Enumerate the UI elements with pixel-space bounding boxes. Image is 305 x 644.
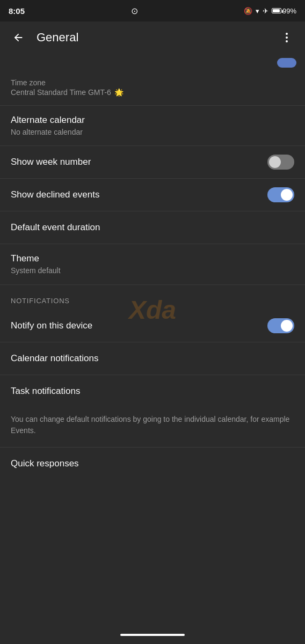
show-week-number-title: Show week number <box>11 156 267 168</box>
notify-device-setting[interactable]: Notify on this device <box>0 310 305 342</box>
alternate-calendar-setting[interactable]: Alternate calendar No alternate calendar <box>0 106 305 145</box>
battery-icon: 99% <box>272 7 296 15</box>
calendar-notifications-title: Calendar notifications <box>11 353 294 364</box>
theme-setting[interactable]: Theme System default <box>0 244 305 284</box>
notifications-section-label: NOTIFICATIONS <box>11 297 70 305</box>
quick-responses-title: Quick responses <box>11 458 294 470</box>
more-options-button[interactable] <box>277 28 296 47</box>
show-week-number-content: Show week number <box>11 156 267 168</box>
default-event-duration-title: Default event duration <box>11 222 294 233</box>
theme-title: Theme <box>11 253 294 265</box>
dot-3 <box>286 40 288 42</box>
alternate-calendar-content: Alternate calendar No alternate calendar <box>11 114 294 137</box>
dot-1 <box>286 33 288 35</box>
show-declined-events-setting[interactable]: Show declined events <box>0 179 305 211</box>
notify-device-title: Notify on this device <box>11 320 267 332</box>
theme-subtitle: System default <box>11 266 294 275</box>
notifications-section-header: NOTIFICATIONS <box>0 285 305 310</box>
airplane-icon: ✈ <box>263 7 268 15</box>
theme-content: Theme System default <box>11 253 294 275</box>
status-bar: 8:05 ⊙ 🔕 ▾ ✈ 99% <box>0 0 305 21</box>
timezone-value: Central Standard Time GMT-6 🌟 <box>11 88 294 97</box>
page-title: General <box>37 31 268 45</box>
default-event-duration-content: Default event duration <box>11 222 294 233</box>
battery-percent: 99% <box>282 7 296 15</box>
mute-icon: 🔕 <box>244 7 252 15</box>
show-declined-events-toggle[interactable] <box>267 187 294 202</box>
status-icons: 🔕 ▾ ✈ 99% <box>244 7 296 15</box>
battery-indicator <box>272 8 281 13</box>
status-time: 8:05 <box>9 6 25 16</box>
alternate-calendar-subtitle: No alternate calendar <box>11 127 294 137</box>
scroll-area-header <box>0 54 305 70</box>
notification-description-area: You can change default notifications by … <box>0 407 305 447</box>
show-declined-events-content: Show declined events <box>11 189 267 201</box>
timezone-setting[interactable]: Time zone Central Standard Time GMT-6 🌟 <box>0 70 305 105</box>
show-declined-events-title: Show declined events <box>11 189 267 201</box>
notify-device-toggle-thumb <box>281 320 293 332</box>
quick-responses-setting[interactable]: Quick responses <box>0 448 305 480</box>
app-bar: General <box>0 21 305 54</box>
show-week-number-setting[interactable]: Show week number <box>0 146 305 178</box>
calendar-notifications-setting[interactable]: Calendar notifications <box>0 342 305 375</box>
alternate-calendar-title: Alternate calendar <box>11 114 294 126</box>
task-notifications-content: Task notifications <box>11 385 294 397</box>
show-week-number-toggle[interactable] <box>267 155 294 170</box>
bottom-navigation-bar <box>0 628 305 644</box>
dot-2 <box>286 36 288 39</box>
status-center-icon: ⊙ <box>131 6 138 16</box>
timezone-text: Central Standard Time GMT-6 <box>11 88 111 97</box>
calendar-notifications-content: Calendar notifications <box>11 353 294 364</box>
vpn-icon: ⊙ <box>131 6 138 16</box>
timezone-label: Time zone <box>11 78 294 87</box>
timezone-emoji: 🌟 <box>114 88 124 97</box>
task-notifications-title: Task notifications <box>11 385 294 397</box>
notification-description-text: You can change default notifications by … <box>11 415 289 435</box>
task-notifications-setting[interactable]: Task notifications <box>0 375 305 407</box>
notify-device-toggle[interactable] <box>267 318 294 333</box>
quick-responses-content: Quick responses <box>11 458 294 470</box>
wifi-icon: ▾ <box>256 7 259 15</box>
back-button[interactable] <box>9 28 28 47</box>
nav-home-indicator <box>120 634 185 636</box>
scroll-indicator <box>277 58 296 68</box>
default-event-duration-setting[interactable]: Default event duration <box>0 211 305 244</box>
notify-device-content: Notify on this device <box>11 320 267 332</box>
